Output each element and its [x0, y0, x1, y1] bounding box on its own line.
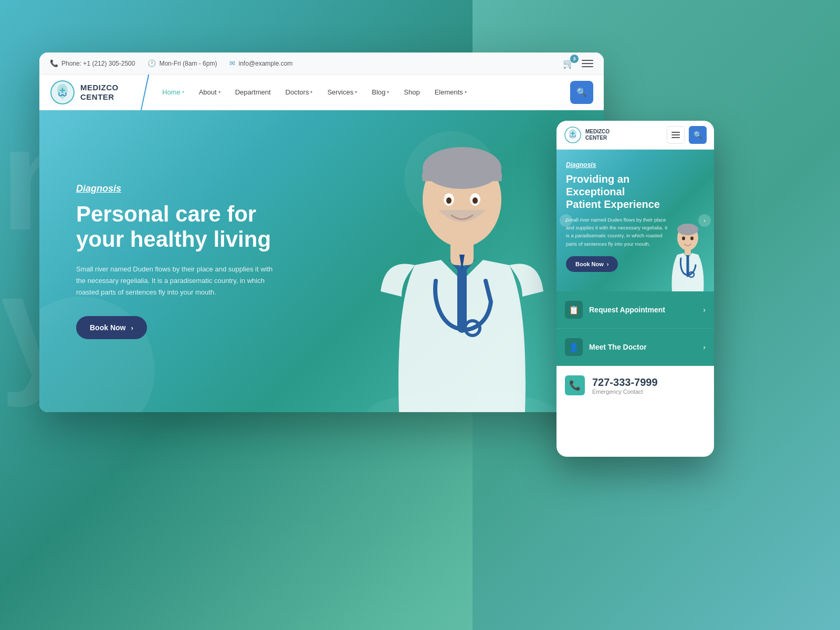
mobile-action-left-2: 👤 Meet The Doctor [565, 338, 647, 356]
doctor-icon: 👤 [569, 342, 579, 352]
hamburger-line-3 [582, 66, 593, 67]
hours-label: Mon-Fri (8am - 6pm) [159, 60, 217, 67]
mobile-doctor-arrow: › [703, 343, 706, 351]
mobile-doctor-label: Meet The Doctor [589, 343, 647, 351]
email-item: ✉ info@example.com [229, 59, 292, 67]
nav-item-blog[interactable]: Blog ▾ [365, 84, 395, 100]
mobile-prev-button[interactable]: ‹ [560, 214, 572, 227]
nav-links: Home ▾ About ▾ Department Doctors ▾ Serv… [156, 84, 570, 100]
nav-item-elements[interactable]: Elements ▾ [428, 84, 473, 100]
nav-item-home[interactable]: Home ▾ [156, 84, 191, 100]
caret-blog: ▾ [387, 90, 389, 94]
mobile-hero: Diagnosis Providing an Exceptional Patie… [556, 150, 714, 291]
mobile-logo-text: MEDIZCOCENTER [585, 129, 610, 141]
hamburger-button[interactable] [582, 60, 593, 67]
mobile-doctor-icon-wrap: 👤 [565, 338, 583, 356]
nav-item-about[interactable]: About ▾ [193, 84, 227, 100]
mobile-search-button[interactable]: 🔍 [689, 126, 707, 144]
emergency-label: Emergency Contact [592, 388, 658, 395]
mobile-window: MEDIZCOCENTER 🔍 Diagnosis Providing an E… [556, 121, 714, 457]
desktop-window: 📞 Phone: +1 (212) 305-2500 🕐 Mon-Fri (8a… [39, 52, 604, 412]
email-icon: ✉ [229, 59, 235, 67]
mobile-topbar: MEDIZCOCENTER 🔍 [556, 121, 714, 150]
mobile-ham-line-2 [671, 134, 680, 135]
mobile-logo-icon [564, 126, 582, 144]
hero-subtitle: Diagnosis [76, 183, 307, 194]
caret-about: ▾ [218, 90, 220, 94]
svg-point-16 [682, 237, 685, 240]
nav-item-department[interactable]: Department [229, 84, 277, 100]
phone-icon: 📞 [50, 59, 58, 67]
mobile-search-icon: 🔍 [694, 131, 702, 139]
mobile-appointment-arrow: › [703, 306, 706, 314]
hamburger-line-1 [582, 60, 593, 61]
hero-section: Diagnosis Personal care for your healthy… [39, 110, 604, 412]
doctor-figure [352, 118, 572, 412]
mobile-hero-title: Providing an Exceptional Patient Experie… [566, 173, 660, 211]
mobile-next-button[interactable]: › [698, 214, 711, 227]
mobile-book-now-label: Book Now [575, 261, 604, 267]
hours-item: 🕐 Mon-Fri (8am - 6pm) [148, 59, 217, 67]
mobile-action-left-1: 📋 Request Appointment [565, 301, 665, 319]
mobile-hero-description: Small river named Duden flows by their p… [566, 216, 671, 248]
search-button[interactable]: 🔍 [570, 81, 593, 104]
svg-point-9 [446, 197, 452, 204]
mobile-doctor-image [662, 218, 714, 291]
mobile-appointment-label: Request Appointment [589, 306, 665, 314]
navbar: MEDIZCOCENTER Home ▾ About ▾ Department … [39, 75, 604, 110]
svg-rect-14 [685, 248, 691, 255]
topbar-contact: 📞 Phone: +1 (212) 305-2500 🕐 Mon-Fri (8a… [50, 59, 292, 67]
nav-item-shop[interactable]: Shop [397, 84, 426, 100]
nav-item-services[interactable]: Services ▾ [321, 84, 363, 100]
mobile-book-now-arrow: › [607, 261, 609, 267]
mobile-action-request-appointment[interactable]: 📋 Request Appointment › [556, 291, 714, 329]
phone-item: 📞 Phone: +1 (212) 305-2500 [50, 59, 135, 67]
mobile-logo-area: MEDIZCOCENTER [564, 126, 610, 144]
appointment-icon: 📋 [569, 305, 579, 315]
emergency-info: 727-333-7999 Emergency Contact [592, 376, 658, 395]
cart-badge: 3 [570, 55, 579, 63]
topbar-right: 🛒 3 [563, 58, 593, 69]
email-label: info@example.com [238, 60, 292, 67]
logo-icon [50, 80, 75, 105]
mobile-actions: 📋 Request Appointment › 👤 Meet The Docto… [556, 291, 714, 366]
mobile-ham-line-3 [671, 137, 680, 138]
hero-content: Diagnosis Personal care for your healthy… [39, 152, 344, 371]
book-now-arrow: › [131, 324, 133, 332]
mobile-action-meet-doctor[interactable]: 👤 Meet The Doctor › [556, 329, 714, 366]
caret-elements: ▾ [465, 90, 467, 94]
caret-services: ▾ [355, 90, 357, 94]
nav-item-doctors[interactable]: Doctors ▾ [279, 84, 319, 100]
svg-point-17 [690, 237, 694, 240]
search-icon: 🔍 [576, 87, 587, 97]
topbar: 📞 Phone: +1 (212) 305-2500 🕐 Mon-Fri (8a… [39, 52, 604, 75]
mobile-hero-subtitle: Diagnosis [566, 161, 705, 169]
logo-text: MEDIZCOCENTER [80, 83, 119, 102]
mobile-ham-line-1 [671, 132, 680, 133]
caret-home: ▾ [182, 90, 184, 94]
emergency-phone: 727-333-7999 [592, 376, 658, 388]
emergency-icon-wrap: 📞 [565, 375, 585, 395]
mobile-nav-buttons: 🔍 [667, 126, 707, 144]
emergency-icon: 📞 [569, 380, 581, 391]
mobile-book-now-button[interactable]: Book Now › [566, 256, 618, 272]
book-now-label: Book Now [90, 323, 125, 332]
mobile-emergency: 📞 727-333-7999 Emergency Contact [556, 366, 714, 405]
hero-description: Small river named Duden flows by their p… [76, 264, 276, 298]
mobile-hamburger-button[interactable] [667, 126, 685, 144]
svg-point-13 [677, 224, 698, 235]
svg-point-10 [472, 197, 478, 204]
hero-title: Personal care for your healthy living [76, 202, 307, 253]
caret-doctors: ▾ [310, 90, 312, 94]
hamburger-line-2 [582, 63, 593, 64]
mobile-appointment-icon-wrap: 📋 [565, 301, 583, 319]
phone-label: Phone: +1 (212) 305-2500 [61, 60, 135, 67]
logo-area: MEDIZCOCENTER [50, 80, 144, 105]
book-now-button[interactable]: Book Now › [76, 316, 147, 339]
clock-icon: 🕐 [148, 59, 156, 67]
cart-wrapper[interactable]: 🛒 3 [563, 58, 574, 69]
